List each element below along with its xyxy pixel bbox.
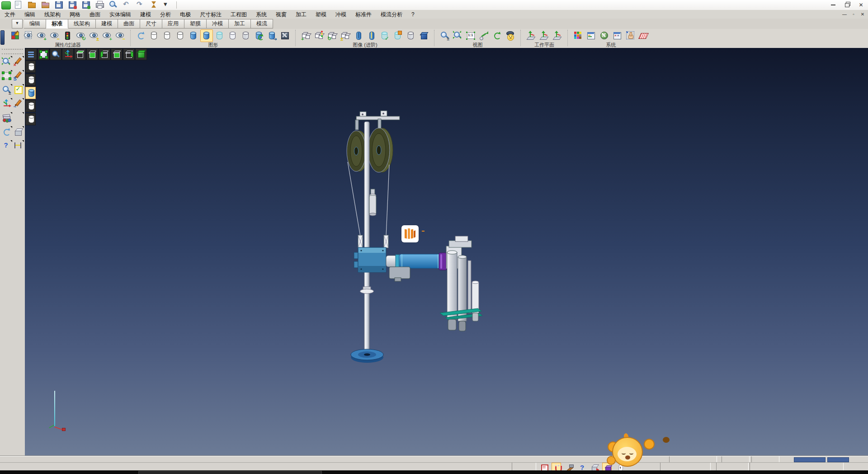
view-front-icon[interactable] [86, 48, 98, 60]
child-close-button[interactable]: ✕ [858, 10, 867, 18]
probe-point-icon[interactable] [478, 29, 491, 42]
view-refresh-icon[interactable] [491, 29, 504, 42]
view-orientation-icon[interactable] [504, 29, 517, 42]
build-tools-icon[interactable] [564, 463, 573, 470]
dynamic-render-icon[interactable] [253, 29, 265, 42]
zoom-dynamic-icon[interactable] [1, 56, 12, 68]
menu-item-14[interactable]: 塑模 [311, 10, 331, 19]
view-lock-cell[interactable] [669, 456, 717, 463]
tab-曲面[interactable]: 曲面 [118, 19, 140, 28]
minimize-button[interactable] [826, 0, 840, 9]
menu-item-13[interactable]: 加工 [291, 10, 311, 19]
menu-item-17[interactable]: 模流分析 [376, 10, 407, 19]
regenerate-icon[interactable] [1, 126, 12, 138]
tab-加工[interactable]: 加工 [229, 19, 251, 28]
shaded-edges-icon[interactable] [200, 29, 213, 42]
invert-visibility-icon[interactable]: ± [88, 29, 100, 42]
selection-filter-icon[interactable] [61, 29, 74, 42]
snap-settings-icon[interactable] [539, 463, 547, 470]
tab-线架构[interactable]: 线架构 [68, 19, 96, 28]
shaded-icon[interactable] [187, 29, 200, 42]
zoom-solid-icon[interactable]: ± [1, 84, 12, 96]
view-back-icon[interactable] [111, 48, 123, 60]
display-shaded-icon[interactable] [25, 87, 36, 99]
menu-item-9[interactable]: 尺寸标注 [195, 10, 226, 19]
display-ghost-icon[interactable] [25, 113, 36, 125]
advanced-refresh-icon[interactable]: ↻ [326, 29, 339, 42]
viewport-3d[interactable] [25, 48, 868, 456]
child-minimize-button[interactable]: — [840, 10, 849, 18]
taskbar-app-segment[interactable] [138, 471, 322, 474]
hide-selected-icon[interactable]: − [114, 29, 127, 42]
toolbar-config-icon[interactable]: ×× [611, 29, 624, 42]
menu-item-4[interactable]: 曲面 [85, 10, 105, 19]
zoom-view-icon[interactable] [50, 48, 61, 60]
verify-solid-icon[interactable]: ✓ [378, 29, 391, 42]
menu-item-11[interactable]: 系统 [251, 10, 271, 19]
absolute-view-cell[interactable] [722, 456, 750, 463]
layer-attributes-icon[interactable] [1, 112, 12, 124]
tab-模流[interactable]: 模流 [251, 19, 273, 28]
color-swatch-1[interactable] [794, 457, 826, 462]
export-cube-icon[interactable] [590, 463, 598, 470]
menu-item-8[interactable]: 电极 [175, 10, 195, 19]
menu-item-10[interactable]: 工程图 [226, 10, 251, 19]
zoom-in-out-icon[interactable]: ± [439, 29, 451, 42]
tab-冲模[interactable]: 冲模 [207, 19, 229, 28]
hatched-render-icon[interactable] [240, 29, 252, 42]
tab-建模[interactable]: 建模 [96, 19, 118, 28]
refresh-visible-icon[interactable]: ↻ [75, 29, 87, 42]
tab-尺寸[interactable]: 尺寸 [140, 19, 162, 28]
show-entities-icon[interactable]: + [35, 29, 48, 42]
display-flat-icon[interactable] [25, 100, 36, 112]
menu-item-7[interactable]: 分析 [156, 10, 175, 19]
sketch-curve-icon[interactable]: ~ [13, 98, 24, 110]
hidden-line-icon[interactable] [161, 29, 174, 42]
system-options-icon[interactable] [598, 29, 611, 42]
snap-select-icon[interactable] [624, 29, 637, 42]
view-iso-icon[interactable] [135, 48, 147, 60]
grid-window-icon[interactable] [13, 112, 24, 124]
tab-塑膜[interactable]: 塑膜 [184, 19, 207, 28]
view-left-icon[interactable] [99, 48, 110, 60]
units-cell[interactable] [716, 463, 749, 471]
view-right-icon[interactable] [123, 48, 135, 60]
origin-axes-icon[interactable] [62, 48, 74, 60]
dashed-hidden-icon[interactable] [174, 29, 187, 42]
hide-entities-icon[interactable]: − [48, 29, 61, 42]
advanced-invert-icon[interactable]: ± [339, 29, 352, 42]
tab-标准[interactable]: 标准 [46, 19, 68, 28]
child-restore-button[interactable]: ▫ [849, 10, 858, 18]
restore-button[interactable] [840, 0, 854, 9]
context-help-icon[interactable]: ? [577, 463, 585, 470]
model-3d[interactable] [25, 48, 868, 456]
render-copy-icon[interactable]: ➔ [266, 29, 278, 42]
dynamic-rotate-icon[interactable] [1, 98, 12, 110]
menu-item-5[interactable]: 实体编辑 [105, 10, 136, 19]
solid-display-icon[interactable] [418, 29, 430, 42]
layer-window-icon[interactable] [585, 29, 598, 42]
zoom-extents-icon[interactable] [452, 29, 464, 42]
advanced-show-icon[interactable]: + [300, 29, 312, 42]
menu-item-15[interactable]: 冲模 [331, 10, 351, 19]
zoom-window-icon[interactable] [1, 70, 12, 82]
workplane-xyz-icon[interactable] [525, 29, 538, 42]
menu-item-1[interactable]: 编辑 [20, 10, 40, 19]
menu-item-18[interactable]: ? [407, 10, 419, 19]
lock-cell[interactable] [512, 463, 536, 471]
close-button[interactable]: ✕ [854, 0, 868, 9]
solid-document-icon[interactable] [392, 29, 404, 42]
sidebar-grip[interactable] [2, 49, 23, 54]
render-settings-icon[interactable] [279, 29, 292, 42]
os-taskbar[interactable] [0, 470, 868, 474]
menu-item-0[interactable]: 文件 [0, 10, 20, 19]
show-all-icon[interactable]: + [101, 29, 113, 42]
zoom-1-1-icon[interactable]: 1:1 [465, 29, 477, 42]
menu-item-16[interactable]: 标准件 [351, 10, 376, 19]
advanced-filter-icon[interactable] [313, 29, 326, 42]
tab-应用[interactable]: 应用 [162, 19, 184, 28]
section-striped-icon[interactable] [365, 29, 378, 42]
highlight-bulb-icon[interactable] [615, 463, 623, 470]
layer-cell[interactable] [751, 456, 779, 463]
attribute-info-icon[interactable] [22, 29, 35, 42]
